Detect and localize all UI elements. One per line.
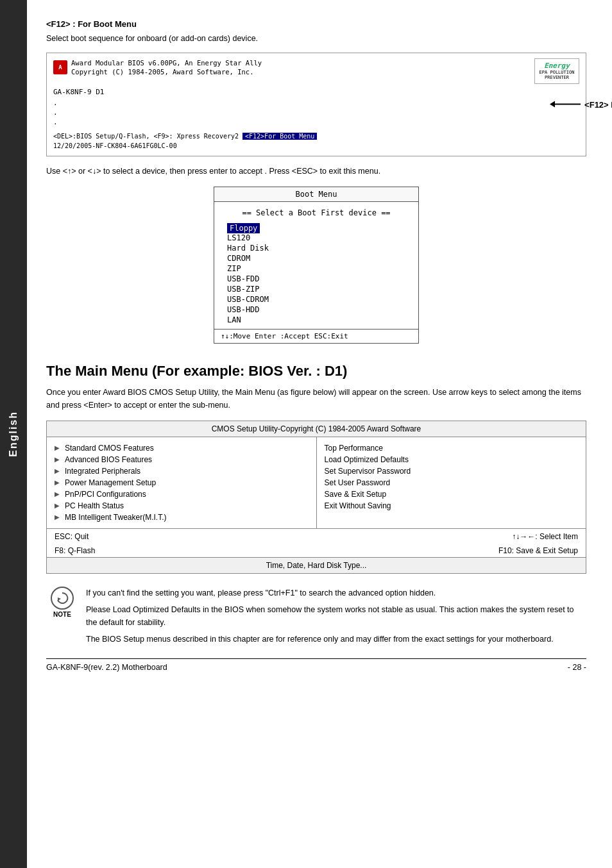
boot-item-zip[interactable]: ZIP [227,263,405,274]
cmos-item-load-optimized[interactable]: Load Optimized Defaults [325,454,579,465]
use-note: Use <↑> or <↓> to select a device, then … [46,165,586,178]
boot-menu-body: == Select a Boot First device == Floppy … [214,202,418,329]
cmos-footer-row2: F8: Q-Flash F10: Save & Exit Setup [47,544,586,557]
cmos-right-column: Top Performance Load Optimized Defaults … [317,437,586,528]
main-menu-desc: Once you enter Award BIOS CMOS Setup Uti… [46,386,586,412]
cmos-status-bar: Time, Date, Hard Disk Type... [47,557,586,573]
boot-menu-title: Boot Menu [214,187,418,202]
boot-item-usbzip[interactable]: USB-ZIP [227,284,405,294]
bios-footer: <DEL>:BIOS Setup/Q-Flash, <F9>: Xpress R… [53,131,579,151]
cmos-left-column: ▶ Standard CMOS Features ▶ Advanced BIOS… [47,437,317,528]
main-menu-heading: The Main Menu (For example: BIOS Ver. : … [46,363,586,380]
note-label: NOTE [53,611,71,618]
cmos-item-exit-nosave[interactable]: Exit Without Saving [325,500,579,512]
f12-arrow-icon [555,104,581,105]
cmos-item-supervisor-pwd[interactable]: Set Supervisor Password [325,465,579,477]
cmos-item-save-exit[interactable]: Save & Exit Setup [325,488,579,500]
boot-item-harddisk[interactable]: Hard Disk [227,243,405,253]
bios-header: A Award Modular BIOS v6.00PG, An Energy … [53,58,579,84]
cmos-item-top-performance[interactable]: Top Performance [325,442,579,454]
note-text-1: If you can't find the setting you want, … [86,587,586,599]
cmos-item-integrated[interactable]: ▶ Integrated Peripherals [55,465,309,477]
note-icon-circle [51,587,74,610]
bios-logo-area: A Award Modular BIOS v6.00PG, An Energy … [53,58,528,79]
cmos-item-power[interactable]: ▶ Power Management Setup [55,477,309,488]
bios-energy-box: Energy EPA POLLUTION PREVENTER [534,58,579,84]
arrow-icon: ▶ [55,467,60,474]
boot-item-floppy[interactable]: Floppy [227,224,405,233]
note-circle-arrows-icon [55,591,69,605]
bios-screenshot-wrapper: A Award Modular BIOS v6.00PG, An Energy … [46,53,586,156]
cmos-item-pchealth[interactable]: ▶ PC Health Status [55,500,309,512]
boot-item-usbfdd[interactable]: USB-FDD [227,274,405,284]
cmos-item-pnppci[interactable]: ▶ PnP/PCI Configurations [55,488,309,500]
boot-item-usbhdd[interactable]: USB-HDD [227,305,405,315]
arrow-icon: ▶ [55,513,60,521]
f12-description: Select boot sequence for onboard (or add… [46,33,586,45]
boot-item-lan[interactable]: LAN [227,315,405,325]
arrow-icon: ▶ [55,456,60,463]
cmos-item-advanced-bios[interactable]: ▶ Advanced BIOS Features [55,454,309,465]
arrow-icon: ▶ [55,479,60,486]
note-icon: NOTE [46,587,78,619]
cmos-item-mit[interactable]: ▶ MB Intelligent Tweaker(M.I.T.) [55,512,309,523]
boot-menu-header: == Select a Boot First device == [227,208,405,217]
note-box: NOTE If you can't find the setting you w… [46,587,586,646]
svg-marker-0 [58,597,61,601]
footer-right: - 28 - [568,663,586,672]
cmos-body: ▶ Standard CMOS Features ▶ Advanced BIOS… [47,437,586,528]
f12-label: <F12> For Boot Menu [555,99,612,109]
cmos-item-user-pwd[interactable]: Set User Password [325,477,579,488]
sidebar-label: English [8,411,19,457]
sidebar: English [0,0,27,868]
note-text-3: The BIOS Setup menus described in this c… [86,633,586,646]
note-text-2: Please Load Optimized Defaults in the BI… [86,603,586,629]
page-footer: GA-K8NF-9(rev. 2.2) Motherboard - 28 - [46,658,586,672]
page-container: English <F12> : For Boot Menu Select boo… [0,0,612,868]
boot-item-ls120[interactable]: LS120 [227,233,405,243]
bios-model: GA-K8NF-9 D1 [53,88,579,96]
boot-menu-footer: ↑↓:Move Enter :Accept ESC:Exit [214,329,418,343]
arrow-icon: ▶ [55,490,60,497]
main-content: <F12> : For Boot Menu Select boot sequen… [27,0,612,868]
cmos-table: CMOS Setup Utility-Copyright (C) 1984-20… [46,421,586,574]
arrow-icon: ▶ [55,444,60,451]
cmos-footer-row1: ESC: Quit ↑↓→←: Select Item [47,528,586,544]
cmos-header: CMOS Setup Utility-Copyright (C) 1984-20… [47,421,586,437]
f12-section-title: <F12> : For Boot Menu [46,19,586,29]
cmos-item-standard[interactable]: ▶ Standard CMOS Features [55,442,309,454]
footer-left: GA-K8NF-9(rev. 2.2) Motherboard [46,663,167,672]
boot-menu: Boot Menu == Select a Boot First device … [214,187,419,344]
arrow-icon: ▶ [55,502,60,509]
bios-inner: A Award Modular BIOS v6.00PG, An Energy … [47,53,586,156]
boot-item-usbcdrom[interactable]: USB-CDROM [227,294,405,305]
boot-item-cdrom[interactable]: CDROM [227,253,405,263]
bios-logo-text: Award Modular BIOS v6.00PG, An Energy St… [71,58,262,77]
bios-screenshot: A Award Modular BIOS v6.00PG, An Energy … [46,53,586,156]
note-content: If you can't find the setting you want, … [86,587,586,646]
